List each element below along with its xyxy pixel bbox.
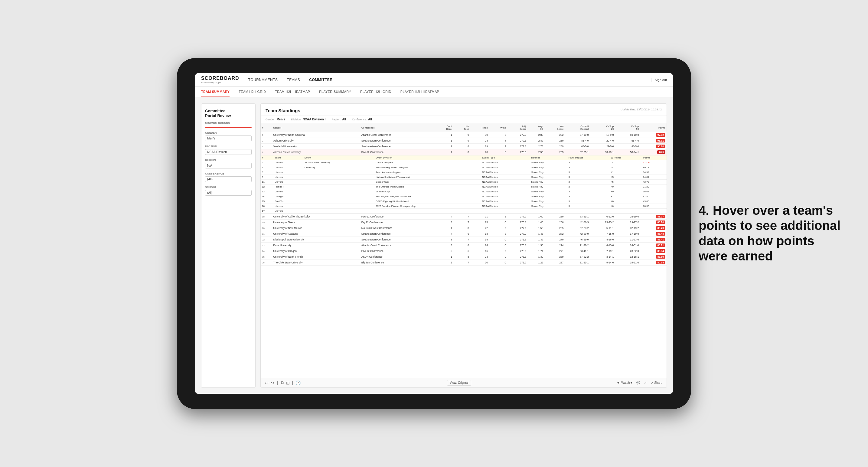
division-label: Division <box>205 145 252 148</box>
top-navigation: SCOREBOARD Powered by clippd TOURNAMENTS… <box>195 73 673 87</box>
watch-button[interactable]: 👁 Watch ▾ <box>617 381 632 384</box>
inner-table-row: 14GeorgiaBen Hogan Collegiate Invitation… <box>261 194 666 199</box>
expand-button[interactable]: ⊞ <box>286 380 290 385</box>
col-conference: Conference <box>360 123 435 132</box>
clock-icon[interactable]: 🕐 <box>296 380 301 385</box>
expand-view-button[interactable]: ⤢ <box>644 381 647 384</box>
redo-button[interactable]: ↪ <box>271 380 275 385</box>
gender-label: Gender <box>205 131 252 134</box>
table-row[interactable]: 23 Duke University Atlantic Coast Confer… <box>261 243 666 248</box>
min-rounds-slider[interactable] <box>205 127 252 128</box>
inner-table-row: 7UniversUniversitySouthern Highlands Col… <box>261 165 666 170</box>
expanded-details-row: # Team Event Event Division Event Type R… <box>261 155 666 214</box>
table-row[interactable]: 4 Arizona State University Pac-12 Confer… <box>261 149 666 155</box>
undo-button[interactable]: ↩ <box>265 380 269 385</box>
nav-committee[interactable]: COMMITTEE <box>309 76 332 83</box>
col-vs-top25: Vs Top25 <box>590 123 615 132</box>
inner-table-row: 8UniversAmer An IntercollegiateNCAA Divi… <box>261 170 666 175</box>
app-logo: SCOREBOARD <box>201 75 239 81</box>
region-filter: Region N/A <box>205 158 252 168</box>
table-row[interactable]: 1 University of North Carolina Atlantic … <box>261 132 666 138</box>
gender-filter-display: Gender: Men's <box>266 118 285 121</box>
conference-filter: Conference (All) <box>205 172 252 182</box>
inner-table-row: 16Univers2023 Sahalee Players Championsh… <box>261 204 666 209</box>
col-vs-top50: Vs Top50 <box>615 123 640 132</box>
conference-select[interactable]: (All) <box>205 176 252 182</box>
standings-title: Team Standings <box>266 108 300 113</box>
right-standings-panel: Team Standings Update time: 13/03/2024 1… <box>260 103 667 388</box>
toolbar-center: View: Original <box>447 380 471 386</box>
nav-tournaments[interactable]: TOURNAMENTS <box>248 76 278 83</box>
min-rounds-filter: Minimum Rounds <box>205 122 252 128</box>
col-avg-sg: Avg.SG <box>527 123 545 132</box>
tablet-device: SCOREBOARD Powered by clippd TOURNAMENTS… <box>177 58 691 409</box>
table-row[interactable]: 19 University of Texas Big 12 Conference… <box>261 220 666 225</box>
sign-out-button[interactable]: Sign out <box>655 78 667 82</box>
col-rank: # <box>261 123 272 132</box>
view-original-button[interactable]: View: Original <box>447 380 471 386</box>
inner-table-row: 9UniversNational Invitational Tournament… <box>261 175 666 180</box>
table-row[interactable]: 20 University of New Mexico Mountain Wes… <box>261 225 666 231</box>
table-row[interactable]: 22 Mississippi State University Southeas… <box>261 237 666 243</box>
app-logo-sub: Powered by clippd <box>201 81 239 84</box>
gender-select[interactable]: Men's <box>205 135 252 141</box>
toolbar-separator: | <box>277 380 278 385</box>
sub-navigation: TEAM SUMMARY TEAM H2H GRID TEAM H2H HEAT… <box>195 87 673 97</box>
inner-table-row: 13UniversWilliams CupNCAA Division IStro… <box>261 189 666 194</box>
region-label: Region <box>205 158 252 161</box>
gender-filter: Gender Men's <box>205 131 252 141</box>
inner-table-row: 11UniversCopper CupNCAA Division IMatch … <box>261 180 666 185</box>
tab-team-summary[interactable]: TEAM SUMMARY <box>201 87 229 96</box>
region-select[interactable]: N/A <box>205 163 252 168</box>
division-select[interactable]: NCAA Division I <box>205 149 252 155</box>
divider: | <box>651 78 652 82</box>
share-icon: ↗ <box>651 381 653 384</box>
main-content: Committee Portal Review Minimum Rounds G… <box>195 97 673 394</box>
left-filter-panel: Committee Portal Review Minimum Rounds G… <box>201 103 255 388</box>
col-conf-rank: ConfRank <box>435 123 453 132</box>
table-row[interactable]: 18 University of California, Berkeley Pa… <box>261 214 666 220</box>
toolbar-right: 👁 Watch ▾ 💬 ⤢ ↗ Share <box>617 381 662 384</box>
tab-team-h2h-grid[interactable]: TEAM H2H GRID <box>239 87 266 96</box>
table-row[interactable]: 2 Auburn University Southeastern Confere… <box>261 138 666 144</box>
col-wins: Wins <box>489 123 507 132</box>
col-points: Points <box>640 123 666 132</box>
nav-items: TOURNAMENTS TEAMS COMMITTEE <box>248 76 651 83</box>
school-filter: School (All) <box>205 186 252 196</box>
table-row[interactable]: 26 The Ohio State University Big Ten Con… <box>261 260 666 266</box>
school-label: School <box>205 186 252 189</box>
table-row[interactable]: 3 Vanderbilt University Southeastern Con… <box>261 144 666 149</box>
copy-button[interactable]: ⧉ <box>281 380 284 385</box>
comment-button[interactable]: 💬 <box>636 381 640 384</box>
share-button[interactable]: ↗ Share <box>651 381 662 384</box>
conference-filter-display: Conference: All <box>352 118 372 121</box>
inner-table-row: 17Univers <box>261 209 666 214</box>
inner-table-row: 15East TenOFCC Fighting Illini Invitatio… <box>261 199 666 204</box>
standings-filter-row: Gender: Men's Division: NCAA Division I … <box>261 116 666 123</box>
annotation-text: 4. Hover over a team's points to see add… <box>699 203 844 264</box>
table-row[interactable]: 21 University of Alabama Southeastern Co… <box>261 231 666 237</box>
region-filter-display: Region: All <box>332 118 346 121</box>
panel-title: Committee Portal Review <box>205 108 252 118</box>
tab-player-summary[interactable]: PLAYER SUMMARY <box>319 87 351 96</box>
separator2: | <box>292 380 293 385</box>
division-filter-display: Division: NCAA Division I <box>291 118 326 121</box>
tab-player-h2h-grid[interactable]: PLAYER H2H GRID <box>360 87 391 96</box>
conference-label: Conference <box>205 172 252 175</box>
standings-table-container: # School Conference ConfRank NoTour Rnds… <box>261 123 666 378</box>
bottom-toolbar: ↩ ↪ | ⧉ ⊞ | 🕐 View: Original 👁 <box>261 378 666 387</box>
table-row[interactable]: 25 University of North Florida ASUN Conf… <box>261 254 666 260</box>
tab-team-h2h-heatmap[interactable]: TEAM H2H HEATMAP <box>275 87 310 96</box>
nav-teams[interactable]: TEAMS <box>287 76 300 83</box>
col-school: School <box>272 123 360 132</box>
col-overall-record: OverallRecord <box>565 123 590 132</box>
table-row[interactable]: 24 University of Oregon Pac-12 Conferenc… <box>261 248 666 254</box>
col-adj-score: Adj.Score <box>507 123 527 132</box>
standings-header: Team Standings Update time: 13/03/2024 1… <box>261 104 666 116</box>
min-rounds-label: Minimum Rounds <box>205 122 252 125</box>
tab-player-h2h-heatmap[interactable]: PLAYER H2H HEATMAP <box>400 87 439 96</box>
school-select[interactable]: (All) <box>205 190 252 196</box>
division-filter: Division NCAA Division I <box>205 145 252 155</box>
inner-table-row: 12Florida IThe Cypress Point ClassicNCAA… <box>261 185 666 189</box>
col-rnds: Rnds <box>470 123 489 132</box>
